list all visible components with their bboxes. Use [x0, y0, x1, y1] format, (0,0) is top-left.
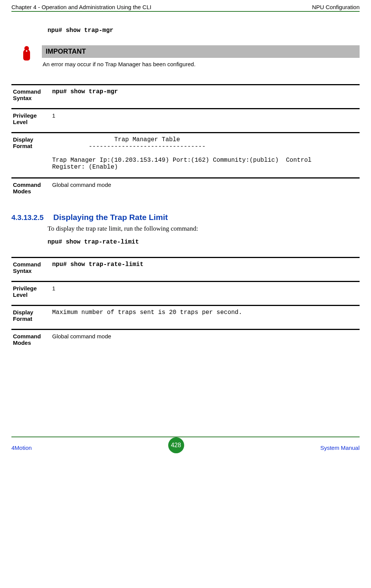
- section-title: Displaying the Trap Rate Limit: [53, 213, 168, 222]
- syntax-value-2: npu# show trap-rate-limit: [51, 258, 360, 282]
- display-format-value: Trap Manager Table ---------------------…: [51, 133, 360, 178]
- privilege-value: 1: [51, 109, 360, 133]
- info-icon: [11, 45, 42, 61]
- display-format-value-2: Maximum number of traps sent is 20 traps…: [51, 306, 360, 330]
- command-modes-value-2: Global command mode: [51, 330, 360, 353]
- syntax-label-2: Command Syntax: [11, 258, 51, 282]
- section-content: To display the trap rate limit, run the …: [48, 225, 358, 245]
- privilege-label-2: Privilege Level: [11, 282, 51, 306]
- command-line-1: npu# show trap-mgr: [48, 27, 358, 34]
- command-line-2: npu# show trap-rate-limit: [48, 239, 358, 245]
- privilege-value-2: 1: [51, 282, 360, 306]
- definition-table-2: Command Syntax npu# show trap-rate-limit…: [11, 257, 360, 353]
- important-body: IMPORTANT An error may occur if no Trap …: [42, 45, 360, 69]
- definition-table-1: Command Syntax npu# show trap-mgr Privil…: [11, 84, 360, 201]
- important-text: An error may occur if no Trap Manager ha…: [42, 58, 360, 69]
- section-heading: 4.3.13.2.5 Displaying the Trap Rate Limi…: [11, 213, 360, 222]
- section-body: To display the trap rate limit, run the …: [48, 225, 358, 233]
- footer-right: System Manual: [320, 445, 360, 451]
- syntax-value: npu# show trap-mgr: [51, 85, 360, 109]
- page-number-badge: 428: [168, 437, 184, 453]
- footer-left: 4Motion: [11, 445, 32, 451]
- header-rule: [11, 11, 360, 12]
- display-format-label-2: Display Format: [11, 306, 51, 330]
- command-modes-value: Global command mode: [51, 178, 360, 202]
- page-container: Chapter 4 - Operation and Administration…: [0, 0, 371, 459]
- command-modes-label-2: Command Modes: [11, 330, 51, 353]
- important-callout: IMPORTANT An error may occur if no Trap …: [11, 45, 360, 69]
- privilege-label: Privilege Level: [11, 109, 51, 133]
- section-number: 4.3.13.2.5: [11, 214, 53, 222]
- important-title: IMPORTANT: [42, 45, 360, 58]
- display-format-label: Display Format: [11, 133, 51, 178]
- command-modes-label: Command Modes: [11, 178, 51, 202]
- page-footer: 4Motion 428 System Manual: [11, 440, 360, 459]
- header-right: NPU Configuration: [312, 4, 360, 10]
- content-area: npu# show trap-mgr: [48, 27, 358, 34]
- page-header: Chapter 4 - Operation and Administration…: [11, 4, 360, 11]
- footer-rule: [11, 437, 360, 437]
- header-left: Chapter 4 - Operation and Administration…: [11, 4, 151, 10]
- syntax-label: Command Syntax: [11, 85, 51, 109]
- footer-wrap: 4Motion 428 System Manual: [11, 437, 360, 459]
